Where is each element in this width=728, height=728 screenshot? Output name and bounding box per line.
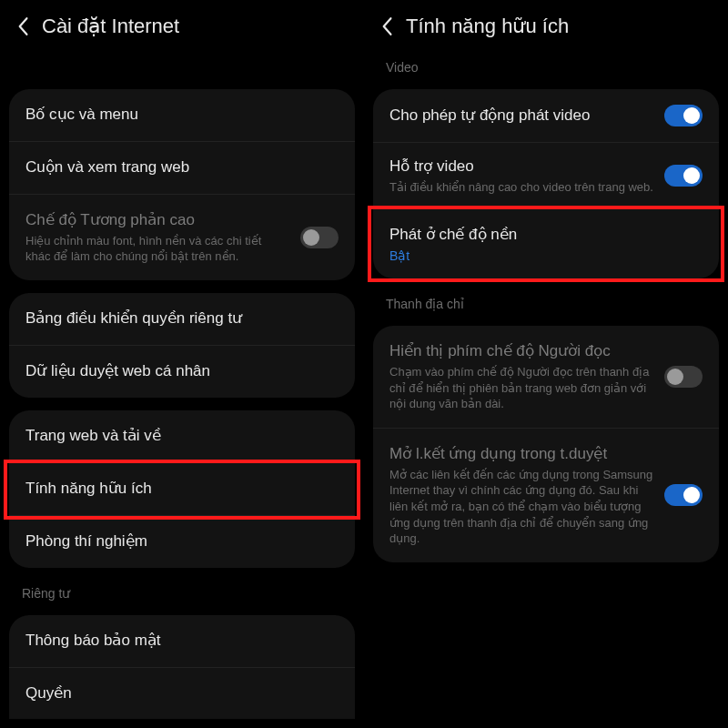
page-title: Cài đặt Internet <box>42 15 179 38</box>
row-high-contrast[interactable]: Chế độ Tương phản cao Hiệu chỉnh màu fon… <box>9 195 355 280</box>
row-labs[interactable]: Phòng thí nghiệm <box>9 516 355 568</box>
row-label: Thông báo bảo mật <box>25 631 339 652</box>
row-background-play[interactable]: Phát ở chế độ nền Bật <box>373 209 719 278</box>
toggle-high-contrast[interactable] <box>300 227 339 248</box>
settings-panel-right: Tính năng hữu ích Video Cho phép tự động… <box>364 0 728 728</box>
row-label: Bảng điều khiển quyền riêng tư <box>25 308 339 329</box>
row-reader-mode-key[interactable]: Hiển thị phím chế độ Người đọc Chạm vào … <box>373 326 719 429</box>
row-label: Cuộn và xem trang web <box>25 157 339 178</box>
row-label: Bố cục và menu <box>25 105 339 126</box>
group-privacy-controls: Bảng điều khiển quyền riêng tư Dữ liệu d… <box>9 293 355 398</box>
row-security-notice[interactable]: Thông báo bảo mật <box>9 615 355 668</box>
row-autoplay-video[interactable]: Cho phép tự động phát video <box>373 89 719 143</box>
section-label-privacy: Riêng tư <box>0 581 364 608</box>
header: Tính năng hữu ích <box>364 0 728 55</box>
row-label: Phòng thí nghiệm <box>25 531 339 552</box>
row-permissions[interactable]: Quyền <box>9 668 355 720</box>
row-label: Tính năng hữu ích <box>25 479 339 500</box>
row-open-app-links[interactable]: Mở l.kết ứng dụng trong t.duyệt Mở các l… <box>373 429 719 562</box>
row-sublabel: Chạm vào phím chế độ Người đọc trên than… <box>389 364 653 412</box>
row-scroll[interactable]: Cuộn và xem trang web <box>9 142 355 195</box>
group-layout: Bố cục và menu Cuộn và xem trang web Chế… <box>9 89 355 280</box>
group-address-bar: Hiển thị phím chế độ Người đọc Chạm vào … <box>373 326 719 561</box>
toggle-autoplay[interactable] <box>664 105 703 126</box>
row-useful-features[interactable]: Tính năng hữu ích <box>9 463 355 516</box>
row-privacy-dashboard[interactable]: Bảng điều khiển quyền riêng tư <box>9 293 355 346</box>
toggle-open-app-links[interactable] <box>664 484 703 506</box>
row-sublabel: Hiệu chỉnh màu font, hình nền và các chi… <box>25 233 289 265</box>
row-sublabel: Tải điều khiển nâng cao cho video trên t… <box>389 179 653 196</box>
toggle-reader-key[interactable] <box>664 366 703 388</box>
row-label: Quyền <box>25 683 339 704</box>
row-label: Phát ở chế độ nền <box>389 225 703 246</box>
settings-panel-left: Cài đặt Internet Bố cục và menu Cuộn và … <box>0 0 364 728</box>
page-title: Tính năng hữu ích <box>406 15 569 38</box>
row-label: Mở l.kết ứng dụng trong t.duyệt <box>389 444 653 465</box>
group-privacy: Thông báo bảo mật Quyền <box>9 615 355 720</box>
row-sites-downloads[interactable]: Trang web và tải về <box>9 410 355 463</box>
group-video: Cho phép tự động phát video Hỗ trợ video… <box>373 89 719 278</box>
row-label: Hỗ trợ video <box>389 157 653 177</box>
row-label: Chế độ Tương phản cao <box>25 210 289 231</box>
row-label: Dữ liệu duyệt web cá nhân <box>25 361 339 382</box>
row-personal-browsing[interactable]: Dữ liệu duyệt web cá nhân <box>9 346 355 398</box>
row-label: Hiển thị phím chế độ Người đọc <box>389 341 653 362</box>
row-sublabel: Mở các liên kết đến các ứng dụng trong S… <box>389 467 653 547</box>
row-video-assist[interactable]: Hỗ trợ video Tải điều khiển nâng cao cho… <box>373 143 719 209</box>
toggle-video-assist[interactable] <box>664 165 703 187</box>
section-label-video: Video <box>364 55 728 82</box>
row-layout-menu[interactable]: Bố cục và menu <box>9 89 355 142</box>
back-icon[interactable] <box>377 16 397 36</box>
group-features: Trang web và tải về Tính năng hữu ích Ph… <box>9 410 355 568</box>
row-label: Cho phép tự động phát video <box>389 106 653 126</box>
row-value: Bật <box>389 248 703 263</box>
back-icon[interactable] <box>13 16 33 36</box>
header: Cài đặt Internet <box>0 0 364 55</box>
row-label: Trang web và tải về <box>25 426 339 447</box>
section-label-address: Thanh địa chỉ <box>364 291 728 318</box>
